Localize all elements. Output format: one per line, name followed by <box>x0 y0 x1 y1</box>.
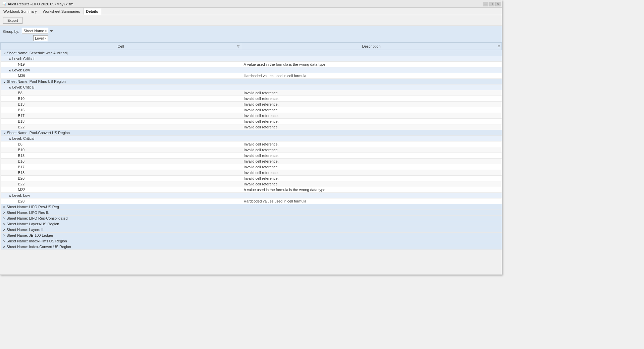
cell-filter-icon[interactable]: ▽ <box>237 45 239 48</box>
group-by-bar: Group by: Sheet Name × Level × <box>0 26 502 43</box>
expand-icon[interactable]: ∨ <box>3 51 6 55</box>
tab-worksheet-summaries[interactable]: Worksheet Summaries <box>40 8 83 14</box>
cell-value: ∧Level: Low <box>1 67 241 73</box>
table-row: B22Invalid cell reference. <box>1 124 502 130</box>
description-value <box>241 238 502 244</box>
description-value: Invalid cell reference. <box>241 107 502 113</box>
cell-value: ∨Sheet Name: Pool-Films US Region <box>1 79 241 84</box>
group-row2: Level × <box>33 35 53 41</box>
desc-filter-icon[interactable]: ▽ <box>498 45 500 48</box>
group-tag-level-remove[interactable]: × <box>44 37 46 40</box>
description-value <box>241 56 502 62</box>
minimize-button[interactable]: — <box>483 2 488 6</box>
expand-icon[interactable]: > <box>3 234 5 237</box>
description-value <box>241 130 502 136</box>
expand-icon[interactable]: > <box>3 217 5 220</box>
cell-value: B10 <box>1 147 241 153</box>
expand-icon[interactable]: > <box>3 245 5 249</box>
maximize-button[interactable]: □ <box>489 2 494 6</box>
table-row: >Sheet Name: LIFO Res-Consolidated <box>1 216 502 221</box>
cell-value: B8 <box>1 90 241 96</box>
window-title: Audit Results -LIFO 2020 05 (May).xlsm <box>8 2 73 6</box>
description-value: Invalid cell reference. <box>241 181 502 187</box>
expand-icon[interactable]: ∨ <box>3 131 6 135</box>
cell-value: M22 <box>1 187 241 193</box>
table-row: B16Invalid cell reference. <box>1 107 502 113</box>
content-area: Cell ▽ Description ▽ ∨Sheet Name: Schedu… <box>0 43 502 275</box>
description-value: Invalid cell reference. <box>241 124 502 130</box>
expand-icon[interactable]: > <box>3 205 5 209</box>
table-container[interactable]: Cell ▽ Description ▽ ∨Sheet Name: Schedu… <box>0 43 502 275</box>
description-value <box>241 67 502 73</box>
title-bar-left: 📊 Audit Results -LIFO 2020 05 (May).xlsm <box>2 2 73 6</box>
description-value <box>241 50 502 56</box>
data-table: Cell ▽ Description ▽ ∨Sheet Name: Schedu… <box>0 43 502 250</box>
cell-value: ∨Sheet Name: Schedule with Audit adj <box>1 50 241 56</box>
description-value: A value used in the formula is the wrong… <box>241 187 502 193</box>
group-tag-sheet-name-remove[interactable]: × <box>45 29 47 33</box>
group-tag-sheet-name[interactable]: Sheet Name × <box>22 28 48 34</box>
cell-value: B17 <box>1 113 241 119</box>
close-button[interactable]: ✕ <box>495 2 500 6</box>
cell-value: B20 <box>1 176 241 181</box>
expand-icon[interactable]: > <box>3 211 5 215</box>
table-row: B17Invalid cell reference. <box>1 113 502 119</box>
cell-value: >Sheet Name: LIFO Res-US Reg <box>1 204 241 210</box>
level-expand-icon[interactable]: ∧ <box>9 137 11 140</box>
export-button[interactable]: Export <box>3 17 22 24</box>
description-value: Invalid cell reference. <box>241 113 502 119</box>
cell-value: >Sheet Name: LIFO Res-IL <box>1 210 241 216</box>
table-row: M39Hardcoded values used in cell formula <box>1 73 502 79</box>
cell-value: B17 <box>1 164 241 170</box>
cell-value: >Sheet Name: JE-100 Ledger <box>1 233 241 238</box>
cell-value: ∧Level: Critical <box>1 84 241 90</box>
description-value <box>241 193 502 198</box>
group-by-label: Group by: <box>3 30 19 34</box>
level-expand-icon[interactable]: ∧ <box>9 85 11 89</box>
menu-bar: Workbook Summary Worksheet Summaries Det… <box>0 8 502 15</box>
cell-value: >Sheet Name: Index-Films US Region <box>1 238 241 244</box>
description-value: Invalid cell reference. <box>241 147 502 153</box>
table-header-row: Cell ▽ Description ▽ <box>1 43 502 50</box>
expand-icon[interactable]: > <box>3 228 5 232</box>
level-expand-icon[interactable]: ∧ <box>9 57 11 61</box>
tab-details[interactable]: Details <box>83 8 101 15</box>
expand-icon[interactable]: > <box>3 239 5 243</box>
toolbar: Export <box>0 15 502 26</box>
tab-workbook-summary[interactable]: Workbook Summary <box>0 8 40 14</box>
table-row: ∧Level: Critical <box>1 84 502 90</box>
cell-value: B20 <box>1 198 241 204</box>
description-value: Invalid cell reference. <box>241 176 502 181</box>
description-value: Invalid cell reference. <box>241 96 502 102</box>
description-value <box>241 227 502 233</box>
level-expand-icon[interactable]: ∧ <box>9 68 11 72</box>
level-expand-icon[interactable]: ∧ <box>9 194 11 197</box>
table-row: ∧Level: Critical <box>1 136 502 141</box>
table-row: B20Invalid cell reference. <box>1 176 502 181</box>
table-row: ∨Sheet Name: Pool-Films US Region <box>1 79 502 84</box>
table-row: ∧Level: Low <box>1 67 502 73</box>
description-value: Invalid cell reference. <box>241 170 502 176</box>
table-row: B18Invalid cell reference. <box>1 170 502 176</box>
group-tag-level[interactable]: Level × <box>33 35 48 41</box>
table-row: B8Invalid cell reference. <box>1 141 502 147</box>
table-row: >Sheet Name: Layers-US Region <box>1 221 502 227</box>
expand-icon[interactable]: ∨ <box>3 80 6 83</box>
cell-value: B22 <box>1 124 241 130</box>
table-row: B17Invalid cell reference. <box>1 164 502 170</box>
description-value: Invalid cell reference. <box>241 164 502 170</box>
table-row: B22Invalid cell reference. <box>1 181 502 187</box>
table-row: ∨Sheet Name: Schedule with Audit adj <box>1 50 502 56</box>
table-row: >Sheet Name: Index-Convert US Region <box>1 244 502 250</box>
group-tag-sheet-name-label: Sheet Name <box>23 29 44 33</box>
expand-icon[interactable]: > <box>3 222 5 226</box>
column-header-cell: Cell ▽ <box>1 43 241 50</box>
cell-value: B10 <box>1 96 241 102</box>
description-column-label: Description <box>362 44 381 48</box>
description-value <box>241 84 502 90</box>
table-row: B8Invalid cell reference. <box>1 90 502 96</box>
description-value: Invalid cell reference. <box>241 141 502 147</box>
cell-column-label: Cell <box>118 44 124 48</box>
cell-value: ∧Level: Low <box>1 193 241 198</box>
description-value: Invalid cell reference. <box>241 153 502 159</box>
